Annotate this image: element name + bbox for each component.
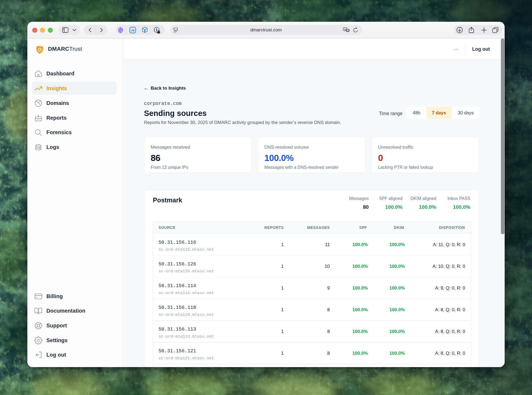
svg-text:✱: ✱ [347,29,349,32]
svg-text:JS: JS [131,29,135,32]
svg-text:@: @ [37,47,42,52]
svg-text:A: A [344,28,346,31]
